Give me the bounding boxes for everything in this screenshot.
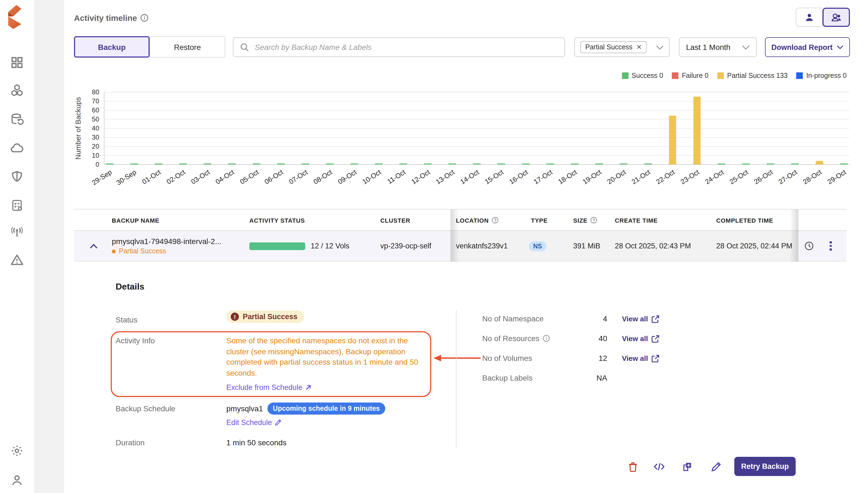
info-circle-icon[interactable] [140,14,149,22]
activity-info-label: Activity Info [116,336,155,345]
edit-backup-button[interactable] [710,460,722,473]
column-header-size: SIZE [573,210,597,231]
view-all-volumes-link[interactable]: View all [622,354,660,363]
svg-text:27-Oct: 27-Oct [777,168,798,186]
view-all-namespaces-link[interactable]: View all [622,315,660,323]
x-icon[interactable]: ✕ [636,44,642,50]
chevron-down-icon [742,42,750,52]
search-input[interactable] [254,42,558,52]
resources-count-label: No of Resources [482,334,550,343]
svg-text:30-Sep: 30-Sep [115,168,138,187]
download-report-button[interactable]: Download Report [765,37,850,57]
sidebar-item-cloud[interactable] [9,141,25,156]
backup-schedule-value: pmysqlva1 Upcoming schedule in 9 minutes [226,403,385,414]
status-partial-success-pill: ! Partial Success [226,310,304,323]
duplicate-plus-icon [681,460,693,473]
sidebar-item-settings[interactable] [9,443,25,458]
chevron-down-icon [837,45,844,49]
question-circle-icon[interactable] [492,217,499,224]
size-cell: 391 MiB [573,231,600,261]
svg-text:01-Oct: 01-Oct [141,168,162,186]
code-icon [653,460,665,473]
legend-label: Failure 0 [682,72,708,80]
duration-label: Duration [116,438,145,447]
backup-restore-tabs: Backup Restore [74,36,225,58]
legend-item-partial-success[interactable]: Partial Success 133 [717,72,788,80]
legend-swatch-icon [622,72,628,79]
sidebar-item-policies[interactable] [9,198,25,213]
row-expander[interactable] [89,231,98,261]
user-icon [804,12,815,23]
alerts-warning-icon [9,252,25,267]
view-json-button[interactable] [653,460,665,473]
view-all-label: View all [622,335,648,343]
edit-schedule-link[interactable]: Edit Schedule [226,419,282,427]
retry-backup-button[interactable]: Retry Backup [734,457,796,476]
chevron-down-icon [656,42,664,52]
duplicate-backup-button[interactable] [681,460,693,473]
retry-backup-label: Retry Backup [741,462,789,471]
sidebar-item-dashboard[interactable] [9,55,25,70]
pencil-icon [275,419,282,426]
legend-label: Partial Success 133 [727,72,788,80]
svg-text:14-Oct: 14-Oct [459,168,480,186]
users-group-icon [830,12,842,23]
svg-text:08-Oct: 08-Oct [312,168,334,186]
exclude-from-schedule-link[interactable]: Exclude from Schedule [226,383,311,391]
type-cell: NS [529,231,546,261]
svg-text:10: 10 [92,152,99,159]
svg-text:60: 60 [92,106,99,114]
row-status: Partial Success [112,247,166,255]
svg-text:06-Oct: 06-Oct [263,168,284,186]
tab-backup[interactable]: Backup [74,36,150,58]
legend-label: In-progress 0 [806,72,847,80]
sidebar-item-alerts[interactable] [9,252,25,267]
svg-text:26-Oct: 26-Oct [753,168,774,186]
svg-text:11-Oct: 11-Oct [386,168,407,185]
single-user-view-button[interactable] [796,8,823,27]
svg-text:16-Oct: 16-Oct [508,168,529,186]
upcoming-schedule-badge: Upcoming schedule in 9 minutes [268,403,385,414]
sidebar-item-profile[interactable] [9,473,25,488]
status-filter-dropdown[interactable]: Partial Success ✕ [574,37,670,57]
page-title: Activity timeline [74,13,149,22]
view-toggle [796,8,850,27]
tab-restore[interactable]: Restore [150,36,225,58]
column-header-size-label: SIZE [573,217,588,223]
external-link-icon [652,315,660,323]
svg-text:22-Oct: 22-Oct [655,168,676,186]
sidebar-item-security[interactable] [9,169,25,185]
activity-status-cell: 12 / 12 Vols [249,231,349,261]
svg-text:80: 80 [92,88,99,96]
info-circle-icon[interactable] [543,335,550,342]
details-heading: Details [116,282,144,292]
legend-item-success[interactable]: Success 0 [622,72,663,80]
row-clock-button[interactable] [804,231,814,261]
sidebar-item-backups[interactable] [9,112,25,127]
search-box [233,37,565,57]
legend-item-in-progress[interactable]: In-progress 0 [797,72,847,80]
details-divider [456,310,456,449]
svg-text:24-Oct: 24-Oct [704,168,725,186]
time-range-dropdown[interactable]: Last 1 Month [679,37,757,57]
pencil-icon [710,460,722,473]
magnifier-icon [240,43,249,52]
chart-legend: Success 0Failure 0Partial Success 133In-… [622,72,847,80]
status-filter-chip[interactable]: Partial Success ✕ [580,41,647,53]
profile-user-icon [9,473,25,488]
legend-item-failure[interactable]: Failure 0 [672,72,708,80]
delete-backup-button[interactable] [627,460,639,473]
question-circle-icon[interactable] [590,217,597,224]
sidebar-item-applications[interactable] [9,83,25,98]
table-row[interactable]: pmysqlva1-7949498-interval-2... Partial … [74,231,847,262]
team-view-button[interactable] [823,8,850,27]
status-value: ! Partial Success [226,310,304,323]
sidebar-item-monitoring[interactable] [9,225,25,240]
svg-text:15-Oct: 15-Oct [483,168,505,186]
view-all-resources-link[interactable]: View all [622,335,660,343]
svg-text:10-Oct: 10-Oct [361,168,382,186]
row-menu-button[interactable] [830,241,831,250]
namespace-type-badge: NS [529,241,546,251]
column-header-cluster: CLUSTER [380,210,410,231]
volumes-count-label: No of Volumes [482,354,532,363]
